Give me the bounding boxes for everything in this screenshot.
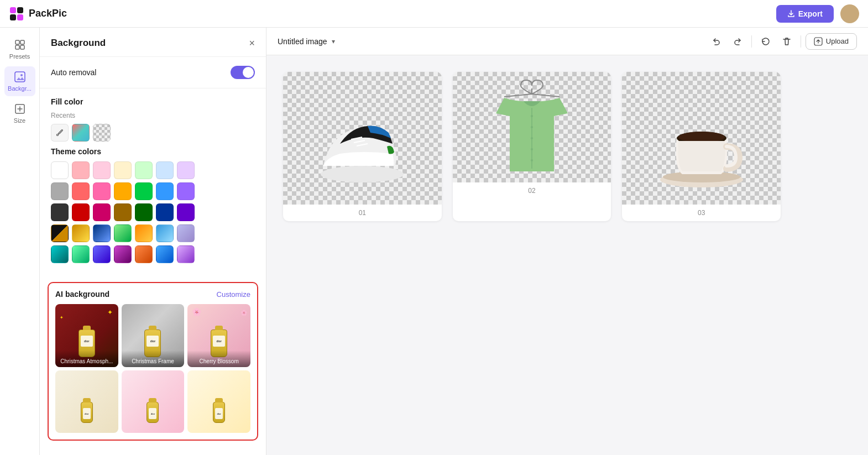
panel-title: Background <box>51 38 106 49</box>
svg-rect-8 <box>15 72 25 82</box>
ai-bg-item-christmas-frame[interactable]: dior Christmas Frame <box>122 304 185 367</box>
sidebar-item-size[interactable]: Size <box>4 98 35 128</box>
color-swatch[interactable] <box>93 161 111 179</box>
color-swatch[interactable] <box>72 203 90 221</box>
product-bottle: dior <box>81 402 93 423</box>
ai-bg-item-label: Christmas Atmosph... <box>55 351 118 367</box>
refresh-icon <box>761 36 771 46</box>
color-swatch[interactable] <box>156 224 174 242</box>
image-card-inner-02 <box>453 72 611 182</box>
color-swatch[interactable] <box>114 161 132 179</box>
customize-link[interactable]: Customize <box>217 290 250 299</box>
color-swatch[interactable] <box>51 224 69 242</box>
ai-bg-item-row2-1[interactable]: dior <box>55 370 118 433</box>
color-swatch[interactable] <box>135 245 153 263</box>
auto-removal-row: Auto removal <box>51 66 255 79</box>
color-swatch[interactable] <box>93 224 111 242</box>
header-actions: Export <box>776 4 859 23</box>
image-card-02[interactable]: 02 <box>453 72 611 221</box>
svg-rect-3 <box>17 14 23 20</box>
svg-point-21 <box>531 137 533 139</box>
color-swatch[interactable] <box>177 224 195 242</box>
canvas-toolbar: Untitled image ▾ <box>266 28 868 55</box>
recent-gradient-swatch[interactable] <box>72 124 90 142</box>
logo-icon <box>9 6 24 22</box>
color-swatch[interactable] <box>177 203 195 221</box>
color-swatch[interactable] <box>51 245 69 263</box>
color-swatch[interactable] <box>114 182 132 200</box>
ai-background-title: AI background <box>55 290 109 299</box>
delete-button[interactable] <box>777 33 796 50</box>
color-swatch[interactable] <box>72 182 90 200</box>
canvas-title-dropdown[interactable]: ▾ <box>332 38 335 45</box>
svg-point-22 <box>531 148 533 150</box>
color-swatch[interactable] <box>177 161 195 179</box>
main-content: Presets Backgr... Size Background × <box>0 28 868 455</box>
redo-button[interactable] <box>728 33 747 50</box>
color-swatch[interactable] <box>72 161 90 179</box>
export-button[interactable]: Export <box>776 5 834 23</box>
color-swatch[interactable] <box>114 245 132 263</box>
color-swatch[interactable] <box>177 182 195 200</box>
ai-background-header: AI background Customize <box>55 290 250 299</box>
refresh-button[interactable] <box>756 33 775 50</box>
svg-rect-4 <box>15 40 19 44</box>
coffee-image <box>646 83 757 193</box>
svg-point-19 <box>531 115 533 117</box>
color-swatch[interactable] <box>156 203 174 221</box>
color-swatch[interactable] <box>114 203 132 221</box>
panel-close-button[interactable]: × <box>249 38 255 48</box>
presets-icon <box>14 39 26 51</box>
auto-removal-toggle[interactable] <box>231 66 255 79</box>
color-swatch[interactable] <box>156 182 174 200</box>
recent-checker-swatch[interactable] <box>93 124 111 142</box>
color-swatch[interactable] <box>51 161 69 179</box>
panel-header: Background × <box>40 28 266 57</box>
user-avatar[interactable] <box>840 4 859 23</box>
color-swatch[interactable] <box>93 245 111 263</box>
flower-deco: 🌸 <box>240 310 247 316</box>
color-swatch[interactable] <box>156 161 174 179</box>
color-swatch[interactable] <box>156 245 174 263</box>
canvas-area: Untitled image ▾ <box>266 28 868 455</box>
eyedropper-icon <box>55 128 64 137</box>
color-swatch[interactable] <box>93 182 111 200</box>
color-swatch[interactable] <box>93 203 111 221</box>
undo-button[interactable] <box>707 33 726 50</box>
export-label: Export <box>798 9 823 18</box>
flower-deco: 🌸 <box>192 307 201 316</box>
color-swatch[interactable] <box>177 245 195 263</box>
sidebar-item-background[interactable]: Backgr... <box>4 66 35 96</box>
upload-button[interactable]: Upload <box>806 33 857 50</box>
sidebar-item-presets[interactable]: Presets <box>4 34 35 64</box>
image-card-03[interactable]: 03 <box>622 72 781 221</box>
svg-point-23 <box>531 159 533 161</box>
auto-removal-label: Auto removal <box>51 68 96 77</box>
ai-bg-item-row2-2[interactable]: dior <box>122 370 185 433</box>
ai-bg-thumbnail: ✦ ✦ dior Christmas Atmosph... <box>55 304 118 367</box>
color-swatch[interactable] <box>114 224 132 242</box>
ai-bg-item-christmas-atm[interactable]: ✦ ✦ dior Christmas Atmosph... <box>55 304 118 367</box>
ai-bg-item-cherry-blossom[interactable]: 🌸 🌸 dior Cherry Blossom <box>187 304 250 367</box>
color-swatch[interactable] <box>51 203 69 221</box>
ai-bg-item-row2-3[interactable]: dior <box>187 370 250 433</box>
eyedropper-tool[interactable] <box>51 124 69 142</box>
image-card-label-02: 02 <box>453 182 611 199</box>
svg-rect-5 <box>20 40 24 44</box>
star-deco: ✦ <box>107 308 113 316</box>
toolbar-divider <box>751 35 752 48</box>
toolbar-divider <box>801 35 801 48</box>
color-swatch[interactable] <box>51 182 69 200</box>
color-swatch[interactable] <box>135 182 153 200</box>
color-swatch[interactable] <box>72 224 90 242</box>
ai-bg-thumbnail: dior <box>122 370 185 433</box>
color-swatch[interactable] <box>135 161 153 179</box>
product-bottle: dior <box>213 402 225 423</box>
fill-color-title: Fill color <box>51 97 255 106</box>
color-swatch[interactable] <box>135 203 153 221</box>
image-card-01[interactable]: 01 <box>283 72 442 221</box>
upload-icon <box>814 37 823 46</box>
color-swatch[interactable] <box>72 245 90 263</box>
color-swatch[interactable] <box>135 224 153 242</box>
fill-color-section: Fill color Recents Theme colors <box>40 88 266 275</box>
